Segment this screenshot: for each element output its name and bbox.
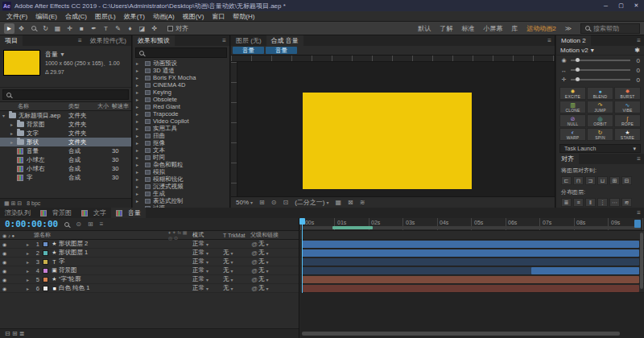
distribute-right-button[interactable]: ≋ [621, 198, 632, 207]
tab-comp-text[interactable]: 文字 [76, 208, 111, 218]
pickwhip-icon[interactable]: @ [250, 276, 258, 283]
layer-track[interactable] [300, 275, 644, 284]
effects-category[interactable]: ▸抠像 [133, 139, 229, 146]
clone-button[interactable]: ▥CLONE [559, 101, 586, 113]
column-name[interactable]: 名称 [0, 102, 68, 110]
project-row[interactable]: 字 合成 30 [0, 173, 131, 182]
layer-name[interactable]: 字 [59, 258, 168, 266]
project-footer-icons[interactable]: ▦ ⊞ ⊟ [4, 200, 22, 207]
pixel-aspect-icon[interactable]: ⊠ [348, 199, 353, 206]
expander-icon[interactable]: ▾ [2, 113, 9, 118]
draft-3d-icon[interactable]: ⊞ [88, 221, 93, 228]
menu-view[interactable]: 视图(V) [179, 12, 208, 21]
resolution-dropdown[interactable]: (二分之一) [295, 198, 328, 207]
workspace-learn[interactable]: 了解 [440, 24, 452, 33]
label-color-chip[interactable] [43, 286, 48, 291]
selection-tool[interactable]: ► [4, 23, 14, 34]
expander-icon[interactable]: ▸ [136, 118, 142, 124]
project-row[interactable]: 小球右 合成 30 [0, 164, 131, 173]
blend-mode-dropdown[interactable]: 正常 [192, 266, 223, 274]
eye-toggle[interactable]: ◉ [0, 268, 10, 274]
vibe-button[interactable]: ∿VIBE [614, 101, 641, 113]
composition-canvas[interactable] [303, 93, 472, 189]
shape-tool[interactable]: ■ [76, 23, 87, 34]
expander-icon[interactable]: ▸ [136, 147, 142, 153]
camera-tool[interactable]: ▦ [52, 23, 63, 34]
eye-toggle[interactable]: ◉ [0, 259, 10, 265]
fast-preview-icon[interactable]: ≋ [360, 199, 365, 206]
expander-icon[interactable]: ▸ [27, 259, 34, 265]
close-button[interactable]: ✕ [629, 0, 644, 11]
effects-category[interactable]: ▸杂色和颗粒 [133, 161, 229, 168]
align-top-button[interactable]: ⊔ [597, 176, 608, 185]
layer-duration-bar[interactable] [302, 276, 639, 283]
column-size[interactable]: 大小 [97, 102, 112, 110]
spin-button[interactable]: ↻SPIN [587, 128, 613, 141]
zoom-tool[interactable] [28, 23, 39, 34]
timeline-footer-icons[interactable]: ⊟ ⊞ ≣ [5, 330, 25, 337]
tab-composition-viewer[interactable]: 合成 音量 [266, 35, 303, 46]
horizontal-scrollbar[interactable] [302, 332, 620, 336]
expander-icon[interactable]: ▸ [136, 89, 142, 95]
blend-mode-dropdown[interactable]: 正常 [192, 249, 223, 257]
expander-icon[interactable]: ▸ [136, 191, 142, 196]
tab-effects-presets[interactable]: 效果和预设 [133, 35, 175, 46]
puppet-tool[interactable]: ✜ [149, 23, 159, 34]
column-mode[interactable]: 模式 [192, 231, 223, 239]
vertical-scrollbar[interactable] [640, 233, 643, 289]
current-time-indicator[interactable] [302, 218, 303, 293]
excite-button[interactable]: ✹EXCITE [559, 87, 586, 100]
trkmat-dropdown[interactable]: 无 [223, 266, 250, 274]
menu-effect[interactable]: 效果(T) [120, 12, 149, 21]
eye-toggle[interactable]: ◉ [0, 286, 10, 291]
workspace-libraries[interactable]: 库 [511, 24, 518, 33]
expander-icon[interactable]: ▸ [136, 75, 142, 80]
expander-icon[interactable]: ▸ [136, 104, 142, 109]
effects-category[interactable]: ▸Boris FX Mocha [133, 74, 229, 81]
panel-menu-icon[interactable]: ≡ [634, 35, 644, 46]
layer-row[interactable]: ◉ ▸ 4 ▣ 背景图 正常 无 @ 无 [0, 266, 299, 275]
distribute-left-button[interactable]: ⋮ [597, 198, 608, 207]
workspace-default[interactable]: 默认 [418, 24, 431, 33]
minimize-button[interactable]: ─ [598, 0, 613, 11]
viewer-tab-volume[interactable]: 音量 [266, 47, 297, 54]
blend-mode-dropdown[interactable]: 正常 [192, 258, 223, 266]
effects-category[interactable]: ▸Trapcode [133, 110, 229, 117]
parent-dropdown[interactable]: 无 [258, 284, 299, 292]
region-of-interest-icon[interactable]: ⊡ [283, 199, 288, 206]
eye-toggle[interactable]: ◉ [0, 250, 10, 256]
project-row[interactable]: ▾ 无标题项目.aep 文件夹 [0, 111, 131, 120]
effects-category[interactable]: ▸Obsolete [133, 96, 229, 103]
align-bottom-button[interactable]: ⊟ [621, 176, 632, 185]
help-search-input[interactable]: 搜索帮助 [580, 23, 640, 34]
maximize-button[interactable]: ▢ [613, 0, 629, 11]
blend-mode-dropdown[interactable]: 正常 [192, 240, 223, 248]
tab-project[interactable]: 项目 [0, 35, 23, 46]
slider-value[interactable]: 0 [634, 67, 640, 74]
layer-duration-bar[interactable] [302, 285, 639, 292]
position-icon[interactable]: ✛ [560, 76, 568, 83]
effects-category[interactable]: ▸扭曲 [133, 132, 229, 139]
effects-search-input[interactable] [135, 47, 227, 58]
panel-menu-icon[interactable]: ≡ [75, 35, 85, 46]
composition-viewport[interactable] [231, 62, 555, 196]
expander-icon[interactable]: ▸ [136, 126, 142, 131]
column-trkmat[interactable]: T TrkMat [223, 233, 250, 238]
tab-align[interactable]: 对齐 [556, 154, 579, 164]
layer-track[interactable] [300, 284, 644, 293]
layer-search-icon[interactable] [64, 222, 69, 227]
expander-icon[interactable]: ▸ [136, 176, 142, 182]
pickwhip-icon[interactable]: @ [250, 267, 258, 274]
effects-category[interactable]: ▸CINEMA 4D [133, 81, 229, 89]
label-color-chip[interactable] [43, 277, 48, 282]
column-parent-link[interactable]: 父级和链接 [250, 231, 299, 239]
width-icon[interactable]: ↔ [560, 68, 568, 73]
parent-dropdown[interactable]: 无 [258, 249, 299, 257]
work-area-segment[interactable] [332, 226, 373, 229]
effects-category[interactable]: ▸沉浸式视频 [133, 183, 229, 190]
pan-behind-tool[interactable]: ✛ [64, 23, 75, 34]
layer-bar-segment[interactable] [531, 267, 639, 274]
layer-row[interactable]: ◉ ▸ 5 ★ “字”轮廓 正常 无 @ 无 [0, 275, 299, 284]
expander-icon[interactable]: ▸ [27, 268, 34, 274]
parent-dropdown[interactable]: 无 [258, 258, 299, 266]
